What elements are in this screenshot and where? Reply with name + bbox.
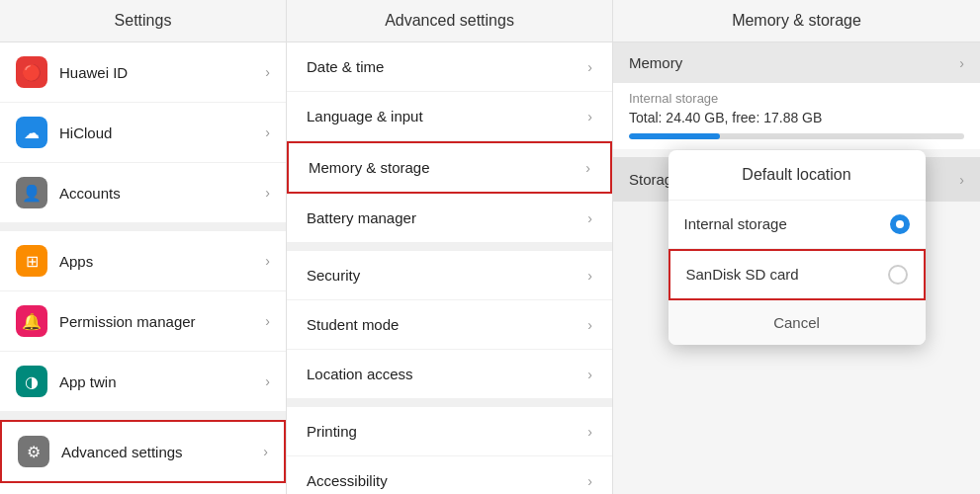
sidebar-item-huawei-id[interactable]: 🔴Huawei ID› (0, 42, 286, 103)
section-separator (0, 223, 286, 231)
battery-manager-label: Battery manager (307, 209, 587, 226)
advanced-settings-label: Advanced settings (61, 444, 263, 460)
section-separator (0, 412, 286, 420)
date-time-label: Date & time (307, 58, 587, 75)
left-menu: 🔴Huawei ID›☁HiCloud›👤Accounts›⊞Apps›🔔Per… (0, 42, 286, 494)
printing-label: Printing (307, 423, 587, 440)
huawei-id-icon: 🔴 (16, 56, 47, 88)
menu-item-battery-manager[interactable]: Battery manager› (287, 194, 612, 243)
hicloud-label: HiCloud (59, 124, 265, 141)
left-panel-title: Settings (0, 0, 286, 42)
dialog-overlay: Default location Internal storageSanDisk… (613, 0, 980, 494)
battery-manager-chevron: › (587, 210, 592, 226)
menu-item-date-time[interactable]: Date & time› (287, 42, 612, 92)
apps-label: Apps (59, 253, 265, 270)
sandisk-sd-card-label: SanDisk SD card (686, 266, 888, 283)
date-time-chevron: › (587, 59, 592, 75)
advanced-settings-icon: ⚙ (18, 436, 49, 467)
sidebar-item-advanced-settings[interactable]: ⚙Advanced settings› (0, 420, 286, 483)
location-access-label: Location access (307, 366, 587, 382)
location-access-chevron: › (587, 367, 592, 382)
permission-manager-icon: 🔔 (16, 305, 47, 337)
security-label: Security (307, 267, 587, 284)
language-input-chevron: › (587, 109, 592, 124)
cancel-button[interactable]: Cancel (668, 300, 926, 345)
dialog-option-sandisk-sd-card[interactable]: SanDisk SD card (668, 249, 926, 300)
sidebar-item-accounts[interactable]: 👤Accounts› (0, 163, 286, 223)
dialog-title: Default location (668, 150, 926, 201)
section-separator (287, 399, 612, 407)
student-mode-chevron: › (587, 317, 592, 333)
right-panel: Memory & storage Memory › Internal stora… (613, 0, 980, 494)
permission-manager-label: Permission manager (59, 313, 265, 330)
menu-item-language-input[interactable]: Language & input› (287, 92, 612, 141)
internal-storage-label: Internal storage (684, 215, 890, 232)
middle-panel-title: Advanced settings (287, 0, 612, 42)
sidebar-item-apps[interactable]: ⊞Apps› (0, 231, 286, 291)
menu-item-student-mode[interactable]: Student mode› (287, 300, 612, 350)
student-mode-label: Student mode (307, 316, 587, 333)
left-panel: Settings 🔴Huawei ID›☁HiCloud›👤Accounts›⊞… (0, 0, 287, 494)
accounts-chevron: › (265, 185, 270, 201)
apps-icon: ⊞ (16, 245, 47, 277)
permission-manager-chevron: › (265, 313, 270, 329)
advanced-settings-chevron: › (263, 444, 268, 459)
accounts-icon: 👤 (16, 177, 47, 208)
sidebar-item-developer-options[interactable]: { }Developer options› (0, 483, 286, 494)
middle-menu: Date & time›Language & input›Memory & st… (287, 42, 612, 494)
app-twin-icon: ◑ (16, 366, 47, 397)
sidebar-item-app-twin[interactable]: ◑App twin› (0, 352, 286, 412)
hicloud-icon: ☁ (16, 117, 47, 148)
internal-storage-radio[interactable] (890, 214, 910, 234)
menu-item-accessibility[interactable]: Accessibility› (287, 456, 612, 494)
menu-item-memory-storage[interactable]: Memory & storage› (287, 141, 612, 194)
printing-chevron: › (587, 424, 592, 440)
dialog-options: Internal storageSanDisk SD card (668, 201, 926, 300)
sandisk-sd-card-radio[interactable] (888, 265, 908, 285)
middle-panel: Advanced settings Date & time›Language &… (287, 0, 613, 494)
app-twin-chevron: › (265, 373, 270, 389)
security-chevron: › (587, 268, 592, 284)
apps-chevron: › (265, 253, 270, 269)
menu-item-security[interactable]: Security› (287, 251, 612, 300)
default-location-dialog: Default location Internal storageSanDisk… (668, 150, 926, 345)
dialog-option-internal-storage[interactable]: Internal storage (668, 201, 926, 249)
menu-item-printing[interactable]: Printing› (287, 407, 612, 456)
memory-storage-chevron: › (585, 160, 590, 176)
accounts-label: Accounts (59, 185, 265, 202)
language-input-label: Language & input (307, 108, 587, 124)
app-twin-label: App twin (59, 373, 265, 390)
accessibility-label: Accessibility (307, 472, 587, 489)
huawei-id-chevron: › (265, 64, 270, 80)
section-separator (287, 243, 612, 251)
memory-storage-label: Memory & storage (309, 159, 585, 176)
menu-item-location-access[interactable]: Location access› (287, 350, 612, 399)
huawei-id-label: Huawei ID (59, 64, 265, 81)
accessibility-chevron: › (587, 473, 592, 489)
hicloud-chevron: › (265, 124, 270, 140)
sidebar-item-permission-manager[interactable]: 🔔Permission manager› (0, 291, 286, 352)
sidebar-item-hicloud[interactable]: ☁HiCloud› (0, 103, 286, 163)
